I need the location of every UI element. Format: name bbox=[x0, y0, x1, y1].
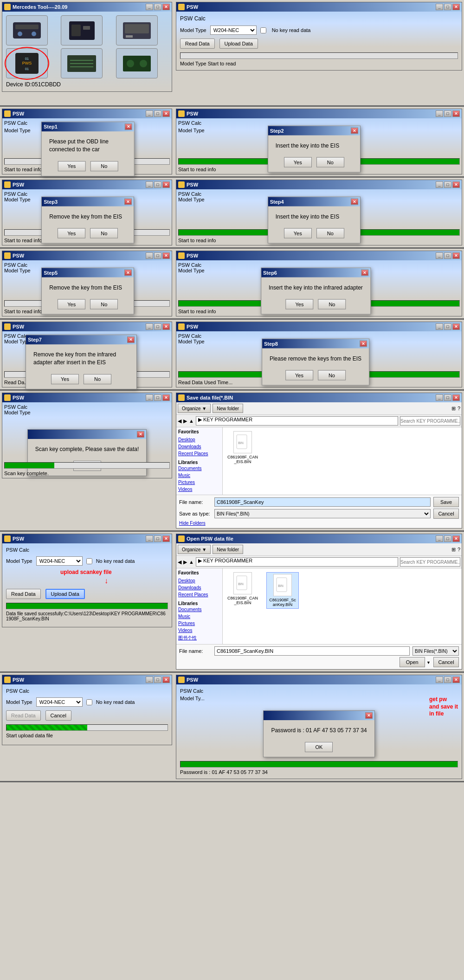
device-6[interactable] bbox=[116, 48, 158, 78]
device-3[interactable] bbox=[116, 15, 158, 45]
open-filetype-select[interactable]: BIN Files(*.BIN) bbox=[412, 646, 459, 656]
step5-close[interactable]: ✕ bbox=[124, 270, 132, 276]
step8-yes[interactable]: Yes bbox=[285, 370, 313, 380]
psw-maximize-1[interactable]: □ bbox=[444, 4, 451, 10]
cls-4l[interactable]: ✕ bbox=[162, 252, 170, 259]
forward-icon[interactable]: ▶ bbox=[183, 418, 187, 424]
file-icon-1[interactable]: BIN C861908F_CAN_EIS.BIN bbox=[226, 431, 259, 464]
cancel-8l[interactable]: Cancel bbox=[45, 710, 71, 721]
open-close[interactable]: ✕ bbox=[452, 535, 460, 542]
step6-yes[interactable]: Yes bbox=[285, 299, 313, 309]
step4-yes[interactable]: Yes bbox=[284, 228, 312, 238]
min-7l[interactable]: _ bbox=[146, 535, 153, 542]
cls-8l[interactable]: ✕ bbox=[162, 677, 170, 683]
cls-2r[interactable]: ✕ bbox=[452, 110, 460, 117]
close-button[interactable]: ✕ bbox=[162, 4, 170, 10]
open-chinese[interactable]: 图书个性 bbox=[178, 634, 220, 642]
save-close[interactable]: ✕ bbox=[452, 394, 460, 401]
max-8l[interactable]: □ bbox=[154, 677, 161, 683]
min-4r[interactable]: _ bbox=[436, 252, 443, 259]
sidebar-music[interactable]: Music bbox=[178, 472, 220, 479]
max-8r[interactable]: □ bbox=[444, 677, 451, 683]
cls-3l[interactable]: ✕ bbox=[162, 181, 170, 188]
max-5l[interactable]: □ bbox=[154, 323, 161, 330]
open-search-input[interactable] bbox=[400, 557, 460, 567]
cls-3r[interactable]: ✕ bbox=[452, 181, 460, 188]
step1-close[interactable]: ✕ bbox=[125, 123, 132, 130]
psw-minimize-1[interactable]: _ bbox=[436, 4, 443, 10]
read-data-btn-1[interactable]: Read Data bbox=[180, 39, 215, 49]
open-new-folder-btn[interactable]: New folder bbox=[213, 545, 243, 554]
cancel-open-btn[interactable]: Cancel bbox=[433, 657, 459, 667]
min-2l[interactable]: _ bbox=[146, 110, 153, 117]
max-3l[interactable]: □ bbox=[154, 181, 161, 188]
open-min[interactable]: _ bbox=[436, 535, 443, 542]
max-7l[interactable]: □ bbox=[154, 535, 161, 542]
open-btn[interactable]: Open bbox=[400, 657, 425, 667]
read-data-7l[interactable]: Read Data bbox=[6, 589, 41, 599]
cancel-save-btn[interactable]: Cancel bbox=[433, 509, 459, 519]
max-3r[interactable]: □ bbox=[444, 181, 451, 188]
open-pictures[interactable]: Pictures bbox=[178, 620, 220, 627]
filename-input[interactable] bbox=[214, 497, 431, 507]
min-4l[interactable]: _ bbox=[146, 252, 153, 259]
min-5l[interactable]: _ bbox=[146, 323, 153, 330]
device-5[interactable] bbox=[61, 48, 103, 78]
open-recent[interactable]: Recent Places bbox=[178, 591, 220, 598]
min-8l[interactable]: _ bbox=[146, 677, 153, 683]
cls-5l[interactable]: ✕ bbox=[162, 323, 170, 330]
open-docs[interactable]: Documents bbox=[178, 606, 220, 613]
min-8r[interactable]: _ bbox=[436, 677, 443, 683]
model-type-8l[interactable]: W204-NEC bbox=[36, 697, 83, 707]
cls-5r[interactable]: ✕ bbox=[452, 323, 460, 330]
sidebar-pictures[interactable]: Pictures bbox=[178, 479, 220, 486]
back-icon[interactable]: ◀ bbox=[178, 418, 181, 424]
no-key-7l[interactable] bbox=[86, 558, 92, 564]
cls-8r[interactable]: ✕ bbox=[452, 677, 460, 683]
sidebar-videos[interactable]: Videos bbox=[178, 486, 220, 493]
no-key-8l[interactable] bbox=[86, 699, 92, 705]
open-music[interactable]: Music bbox=[178, 613, 220, 620]
sidebar-recent[interactable]: Recent Places bbox=[178, 450, 220, 457]
open-up-icon[interactable]: ▲ bbox=[189, 559, 194, 565]
open-file-2[interactable]: BIN C861908F_ScanKey.BIN bbox=[266, 572, 299, 609]
step3-close[interactable]: ✕ bbox=[124, 199, 132, 205]
cls-7l[interactable]: ✕ bbox=[162, 535, 170, 542]
scan-close[interactable]: ✕ bbox=[137, 431, 144, 438]
open-desktop[interactable]: Desktop bbox=[178, 577, 220, 584]
open-address-box[interactable]: ▶ KEY PROGRAMMER bbox=[196, 557, 398, 567]
max-5r[interactable]: □ bbox=[444, 323, 451, 330]
upload-data-7l[interactable]: Upload Data bbox=[45, 589, 85, 599]
open-back-icon[interactable]: ◀ bbox=[178, 559, 181, 565]
max-6l[interactable]: □ bbox=[154, 394, 161, 401]
sidebar-downloads[interactable]: Downloads bbox=[178, 443, 220, 450]
new-folder-btn[interactable]: New folder bbox=[213, 404, 243, 413]
open-organize-btn[interactable]: Organize ▼ bbox=[178, 545, 211, 554]
step2-yes-btn[interactable]: Yes bbox=[284, 157, 312, 167]
cls-6l[interactable]: ✕ bbox=[162, 394, 170, 401]
cls-2l[interactable]: ✕ bbox=[162, 110, 170, 117]
step1-yes-btn[interactable]: Yes bbox=[58, 161, 85, 171]
open-file-1[interactable]: BIN C861908F_CAN_EIS.BIN bbox=[226, 572, 259, 605]
step8-no[interactable]: No bbox=[318, 370, 346, 380]
device-4[interactable]: 01PWS01 bbox=[6, 48, 48, 78]
step4-close[interactable]: ✕ bbox=[351, 199, 358, 205]
step2-no-btn[interactable]: No bbox=[316, 157, 344, 167]
model-type-7l[interactable]: W204-NEC bbox=[36, 556, 83, 566]
hide-folders-link[interactable]: Hide Folders bbox=[179, 521, 206, 526]
search-input[interactable] bbox=[400, 416, 460, 426]
read-data-8l[interactable]: Read Data bbox=[6, 710, 41, 721]
min-5r[interactable]: _ bbox=[436, 323, 443, 330]
open-filename-input[interactable] bbox=[214, 646, 410, 656]
no-key-checkbox-1[interactable] bbox=[260, 27, 266, 33]
open-max[interactable]: □ bbox=[444, 535, 451, 542]
up-icon[interactable]: ▲ bbox=[189, 418, 194, 424]
upload-data-btn-1[interactable]: Upload Data bbox=[219, 39, 258, 49]
pw-ok-btn[interactable]: OK bbox=[305, 742, 333, 752]
device-1[interactable] bbox=[6, 15, 48, 45]
step7-close[interactable]: ✕ bbox=[127, 336, 135, 343]
step5-yes[interactable]: Yes bbox=[58, 299, 85, 309]
save-btn[interactable]: Save bbox=[433, 497, 459, 507]
max-4l[interactable]: □ bbox=[154, 252, 161, 259]
step3-yes[interactable]: Yes bbox=[58, 228, 85, 238]
